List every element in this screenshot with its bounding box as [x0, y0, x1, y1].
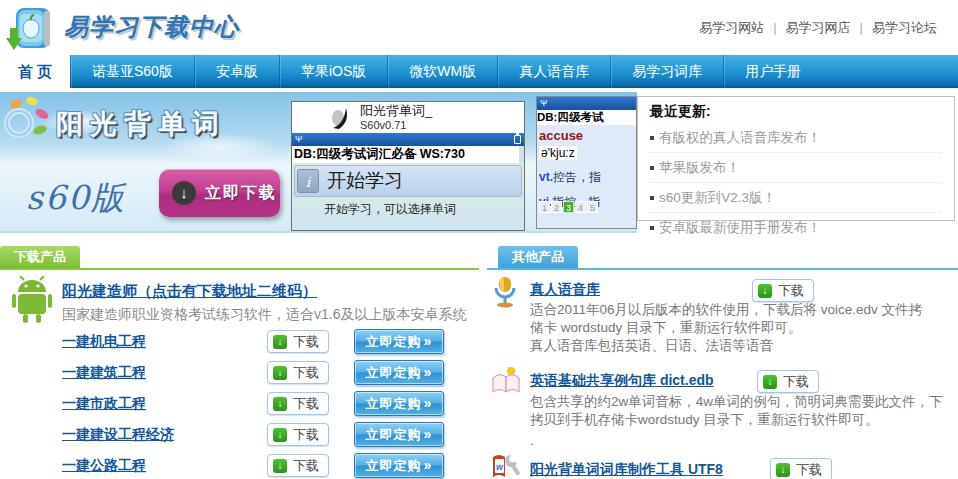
app-logo-icon	[330, 106, 352, 130]
order-arrow-icon: »	[424, 426, 433, 442]
phone1-menu: i 开始学习 开始学习，可以选择单词	[292, 163, 524, 231]
screenshot-phone1: 阳光背单词_ S60v0.71 Ψ DB:四级考试词汇必备 WS:730 i 开…	[291, 101, 525, 231]
phone1-selected-item: i 开始学习	[294, 165, 522, 197]
header-links: 易学习网站|易学习网店|易学习论坛	[690, 19, 946, 37]
update-item[interactable]: s60更新到V2.3版！	[650, 183, 942, 213]
nav-item-ios[interactable]: 苹果iOS版	[279, 55, 387, 88]
phone1-db-line: DB:四级考试词汇必备 WS:730	[292, 146, 524, 163]
download-arrow-icon: ↓	[273, 428, 287, 442]
antenna-icon: Ψ	[540, 97, 548, 110]
download-arrow-icon: ↓	[763, 375, 777, 389]
bullet-icon	[650, 226, 654, 230]
order-button[interactable]: 立即定购»	[354, 453, 444, 478]
voice-library-desc-line: 真人语音库包括英语、日语、法语等语音	[530, 337, 773, 355]
sentence-library-desc-line: 拷贝到手机存储卡wordstudy 目录下，重新运行软件即可。	[530, 411, 879, 429]
product-link[interactable]: 一建机电工程	[62, 333, 146, 351]
recent-updates-panel: 最近更新: 有版权的真人语音库发布！ 苹果版发布！ s60更新到V2.3版！ 安…	[637, 96, 955, 221]
download-button[interactable]: ↓下载	[267, 330, 329, 353]
phone2-body: accuse ə'kju:z vt.控告，指 vi.指控，指 1 2 3 4 5	[537, 125, 636, 229]
voice-library-desc-line: 储卡 wordstudy 目录下，重新运行软件即可。	[530, 319, 802, 337]
update-item[interactable]: 苹果版发布！	[650, 153, 942, 183]
download-arrow-icon: ↓	[758, 284, 772, 298]
download-arrow-icon: ↓	[776, 463, 790, 477]
phone2-db-line: DB:四级考试	[537, 110, 636, 125]
download-button[interactable]: ↓下载	[752, 279, 814, 302]
phone1-statusbar: Ψ	[292, 133, 524, 146]
order-button[interactable]: 立即定购»	[354, 329, 444, 354]
dict-tool-link[interactable]: 阳光背单词词库制作工具 UTF8	[530, 461, 723, 479]
nav-item-android[interactable]: 安卓版	[194, 55, 279, 88]
flower-decoration-icon	[2, 96, 52, 148]
order-arrow-icon: »	[424, 395, 433, 411]
download-button[interactable]: ↓下载	[267, 454, 329, 477]
order-arrow-icon: »	[424, 364, 433, 380]
phone2-meaning1: vt.控告，指	[539, 169, 634, 186]
order-arrow-icon: »	[424, 333, 433, 349]
nav-item-wm[interactable]: 微软WM版	[387, 55, 497, 88]
bullet-icon	[650, 166, 654, 170]
order-button[interactable]: 立即定购»	[354, 391, 444, 416]
download-button[interactable]: ↓下载	[757, 370, 819, 393]
tab-download-products: 下载产品	[0, 246, 80, 268]
link-website[interactable]: 易学习网站	[699, 20, 764, 35]
page-number: 5	[587, 201, 598, 213]
link-separator: |	[860, 20, 863, 35]
other-products-header: 其他产品	[487, 246, 958, 270]
bullet-icon	[650, 196, 654, 200]
sentence-library-link[interactable]: 英语基础共享例句库 dict.edb	[530, 372, 714, 390]
link-store[interactable]: 易学习网店	[786, 20, 851, 35]
download-button[interactable]: ↓下载	[770, 458, 832, 479]
sentence-library-desc-line: 包含共享的约2w单词音标，4w单词的例句，简明词典需要此文件，下	[530, 393, 943, 411]
svg-text:w: w	[496, 462, 504, 472]
nav-item-dict[interactable]: 易学习词库	[610, 55, 723, 88]
info-icon: i	[297, 169, 319, 193]
page-number: 4	[575, 201, 586, 213]
nav-item-voice[interactable]: 真人语音库	[497, 55, 610, 88]
antenna-icon: Ψ	[295, 133, 303, 146]
product-main-link[interactable]: 阳光建造师（点击有下载地址二维码）	[62, 282, 317, 301]
site-logo[interactable]: 易学习下载中心	[6, 2, 239, 52]
nav-item-s60[interactable]: 诺基亚S60版	[70, 55, 194, 88]
phone2-phonetic: ə'kju:z	[539, 146, 577, 160]
product-link[interactable]: 一建市政工程	[62, 395, 146, 413]
product-link[interactable]: 一建公路工程	[62, 457, 146, 475]
download-arrow-icon: ↓	[273, 366, 287, 380]
download-button[interactable]: ↓下载	[267, 392, 329, 415]
download-arrow-icon: ↓	[172, 181, 196, 205]
order-arrow-icon: »	[424, 457, 433, 473]
banner-title: 阳光背单词	[56, 106, 286, 142]
book-icon	[491, 366, 521, 396]
product-link[interactable]: 一建建筑工程	[62, 364, 146, 382]
banner-download-button[interactable]: ↓ 立即下载	[159, 169, 280, 217]
update-item[interactable]: 安卓版最新使用手册发布！	[650, 213, 942, 242]
main-nav: 首 页 诺基亚S60版 安卓版 苹果iOS版 微软WM版 真人语音库 易学习词库…	[0, 55, 958, 88]
phone1-app-version: S60v0.71	[360, 119, 432, 131]
sentence-library-desc-line: .	[530, 433, 534, 448]
bullet-icon	[650, 136, 654, 140]
nav-item-home[interactable]: 首 页	[0, 55, 70, 88]
download-arrow-icon: ↓	[273, 459, 287, 473]
voice-library-desc-line: 适合2011年06月以后版本的软件使用，下载后将 voice.edv 文件拷	[530, 301, 922, 319]
download-arrow-icon: ↓	[273, 335, 287, 349]
order-button[interactable]: 立即定购»	[354, 360, 444, 385]
screenshot-phone2: Ψ DB:四级考试 accuse ə'kju:z vt.控告，指 vi.指控，指…	[536, 96, 637, 229]
android-icon	[10, 276, 54, 324]
download-button[interactable]: ↓下载	[267, 423, 329, 446]
phone1-header: 阳光背单词_ S60v0.71	[292, 102, 524, 133]
header: 易学习下载中心 易学习网站|易学习网店|易学习论坛	[0, 0, 958, 55]
link-forum[interactable]: 易学习论坛	[872, 20, 937, 35]
link-separator: |	[773, 20, 776, 35]
phone2-pagination: 1 2 3 4 5	[539, 201, 598, 213]
order-button[interactable]: 立即定购»	[354, 422, 444, 447]
product-link[interactable]: 一建建设工程经济	[62, 426, 174, 444]
schoolbag-logo-icon	[6, 2, 58, 52]
site-title: 易学习下载中心	[64, 11, 239, 43]
page-number: 2	[551, 201, 562, 213]
nav-item-manual[interactable]: 用户手册	[723, 55, 822, 88]
voice-library-link[interactable]: 真人语音库	[530, 281, 600, 299]
tool-icon: w	[491, 453, 521, 479]
update-item[interactable]: 有版权的真人语音库发布！	[650, 123, 942, 153]
download-button[interactable]: ↓下载	[267, 361, 329, 384]
product-main-desc: 国家建造师职业资格考试练习软件，适合v1.6及以上版本安卓系统	[62, 306, 466, 324]
battery-icon	[514, 135, 521, 144]
